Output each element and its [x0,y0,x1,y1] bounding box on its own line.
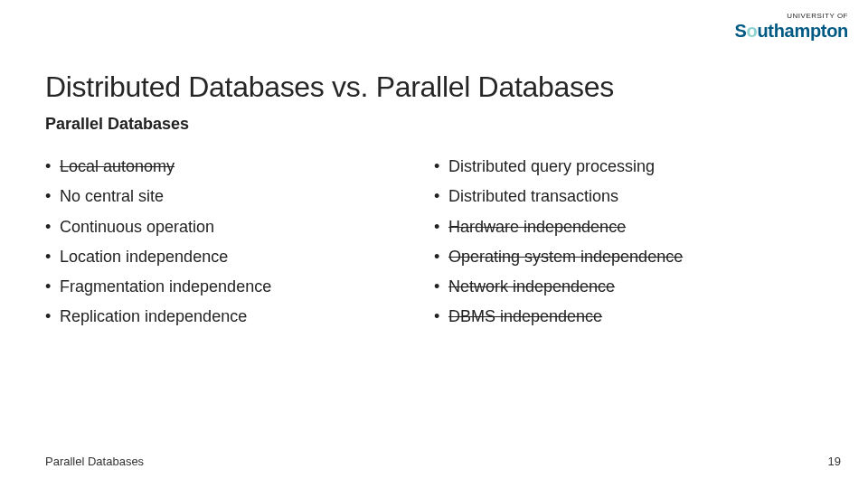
slide-body: Distributed Databases vs. Parallel Datab… [45,70,823,333]
bullet-columns: Local autonomyNo central siteContinuous … [45,152,823,333]
right-column: Distributed query processingDistributed … [434,152,823,333]
left-item-1: No central site [45,182,434,211]
left-item-5: Replication independence [45,302,434,332]
left-item-3: Location independence [45,242,434,272]
right-item-0: Distributed query processing [434,152,823,182]
left-item-0: Local autonomy [45,152,434,182]
right-item-4: Network independence [434,272,823,302]
page-number: 19 [828,455,841,468]
slide-subtitle: Parallel Databases [45,115,823,134]
university-logo: UNIVERSITY OF Southampton [734,13,848,40]
right-item-2: Hardware independence [434,212,823,242]
logo-text-pre: S [734,21,746,41]
left-item-2: Continuous operation [45,212,434,242]
slide-title: Distributed Databases vs. Parallel Datab… [45,70,823,104]
logo-overline: UNIVERSITY OF [734,13,848,20]
right-item-5: DBMS independence [434,302,823,332]
left-list: Local autonomyNo central siteContinuous … [45,152,434,333]
right-list: Distributed query processingDistributed … [434,152,823,333]
right-item-1: Distributed transactions [434,182,823,211]
footer-label: Parallel Databases [45,455,144,468]
logo-text-post: uthampton [757,21,848,41]
left-item-4: Fragmentation independence [45,272,434,302]
logo-wordmark: Southampton [734,22,848,40]
right-item-3: Operating system independence [434,242,823,272]
logo-text-accent: o [746,21,757,41]
left-column: Local autonomyNo central siteContinuous … [45,152,434,333]
